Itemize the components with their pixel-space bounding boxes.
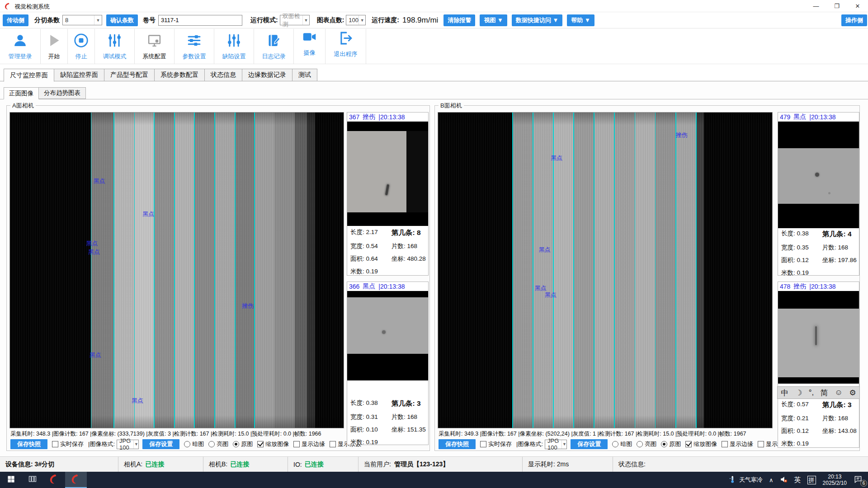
minimize-button[interactable]: — — [806, 0, 826, 12]
maximize-button[interactable]: ❐ — [826, 0, 847, 12]
tray-expand-button[interactable]: ∧ — [766, 472, 777, 488]
defect-card[interactable]: 479黑点|20:13:38 长度: 0.38 第几条: 4 宽度: 0.35 … — [778, 112, 859, 276]
exit-program-button[interactable]: 退出程序 — [326, 29, 366, 64]
ime-language-bar: 中 ☽ °, 简 ☺ ⚙ — [777, 386, 860, 399]
running-app-button[interactable] — [65, 472, 87, 488]
close-button[interactable]: ✕ — [847, 0, 868, 12]
view-menu-button[interactable]: 视图 ▼ — [480, 14, 507, 26]
ime-chinese-mode[interactable]: 中 — [781, 388, 788, 398]
camera-b-connection: 相机B:已连接 — [203, 457, 288, 472]
defect-overlay-label: 黑点 — [88, 248, 100, 256]
user-icon — [13, 33, 28, 50]
defect-stats: 长度: 0.57 第几条: 3 宽度: 0.21 片数: 168 面积: 0.1… — [781, 400, 858, 448]
show-strip-count-checkbox[interactable] — [758, 441, 764, 447]
system-config-button[interactable]: 系统配置 — [135, 29, 175, 64]
start-button[interactable] — [0, 472, 22, 488]
run-mode-select[interactable]: 双面检测▼ — [280, 15, 310, 25]
dark-image-radio[interactable] — [612, 441, 618, 447]
show-edge-checkbox[interactable] — [293, 441, 300, 447]
defect-card[interactable]: 478挫伤|20:13:38 长度: 0.57 第几条: 3 宽度: 0.21 … — [778, 282, 859, 448]
tab-product-model[interactable]: 产品型号配置 — [104, 69, 155, 81]
image-format-label: |图像格式: — [88, 440, 115, 448]
zoom-image-checkbox[interactable] — [685, 441, 692, 447]
ime-simplified-mode[interactable]: 简 — [821, 388, 828, 398]
task-view-button[interactable] — [22, 472, 43, 488]
subtab-divider — [0, 99, 868, 99]
gear-icon[interactable]: ⚙ — [849, 388, 856, 398]
app-logo-icon — [49, 474, 60, 486]
stop-button[interactable]: 停止 — [68, 29, 95, 64]
zoom-image-checkbox[interactable] — [257, 441, 264, 447]
chevron-down-icon: ▼ — [133, 440, 138, 449]
window-title: 视觉检测系统 — [14, 3, 50, 11]
app-status-bar: 设备信息: 3#分切 相机A:已连接 相机B:已连接 IO:已连接 当前用户:管… — [0, 456, 868, 472]
moon-icon[interactable]: ☽ — [795, 388, 802, 398]
save-snapshot-button[interactable]: 保存快照 — [439, 439, 476, 449]
log-record-button[interactable]: 日志记录 — [254, 29, 294, 64]
ime-punctuation-mode[interactable]: °, — [809, 388, 814, 397]
admin-login-button[interactable]: 管理登录 — [0, 29, 41, 64]
roll-input[interactable] — [158, 15, 242, 26]
param-settings-button[interactable]: 参数设置 — [175, 29, 214, 64]
defect-type: 黑点 — [363, 282, 375, 291]
help-menu-button[interactable]: 帮助 ▼ — [567, 14, 594, 26]
data-quick-access-button[interactable]: 数据快捷访问 ▼ — [512, 14, 562, 26]
show-strip-count-checkbox[interactable] — [330, 441, 336, 447]
thermometer-icon — [728, 475, 736, 485]
tab-size-monitor[interactable]: 尺寸监控界面 — [4, 69, 54, 82]
realtime-save-checkbox[interactable] — [480, 441, 486, 447]
defect-card[interactable]: 366黑点|20:13:38 长度: 0.38 第几条: 3 宽度: 0.31 … — [347, 282, 429, 445]
drive-side-button[interactable]: 传动侧 — [3, 14, 28, 26]
slit-count-select[interactable]: 8▼ — [62, 15, 102, 25]
defect-type: 黑点 — [793, 113, 806, 121]
operator-side-button[interactable]: 操作侧 — [841, 14, 867, 26]
clock[interactable]: 20:132025/2/10 — [819, 472, 850, 488]
save-snapshot-button[interactable]: 保存快照 — [10, 439, 47, 449]
emoji-icon[interactable]: ☺ — [835, 388, 842, 397]
save-settings-button[interactable]: 保存设置 — [142, 439, 179, 449]
chart-points-label: 图表点数: — [317, 16, 344, 24]
tab-edge-data[interactable]: 边缘数据记录 — [242, 69, 292, 81]
tab-status-info[interactable]: 状态信息 — [204, 69, 242, 81]
defect-settings-button[interactable]: 缺陷设置 — [214, 29, 254, 64]
task-view-icon — [28, 474, 37, 485]
sliders-vertical-icon — [107, 33, 122, 50]
defect-time: |20:13:38 — [809, 283, 835, 290]
bright-image-radio[interactable] — [637, 441, 643, 447]
tab-defect-monitor[interactable]: 缺陷监控界面 — [54, 69, 104, 81]
sliders-vertical-icon — [226, 33, 241, 50]
original-image-radio[interactable] — [233, 441, 239, 447]
original-image-radio[interactable] — [661, 441, 667, 447]
defect-stats: 长度: 0.38 第几条: 4 宽度: 0.35 片数: 168 面积: 0.1… — [781, 230, 858, 277]
camera-b-title: B面相机 — [439, 102, 464, 110]
chart-points-select[interactable]: 100▼ — [346, 15, 366, 25]
camera-a-image: 黑点 黑点 黑点 黑点 挫伤 黑点 黑点 — [9, 112, 344, 428]
debug-mode-button[interactable]: 调试模式 — [95, 29, 135, 64]
camera-record-button[interactable]: 摄像 — [294, 29, 326, 64]
realtime-save-checkbox[interactable] — [52, 441, 58, 447]
show-edge-checkbox[interactable] — [722, 441, 728, 447]
language-indicator[interactable]: 英 — [791, 472, 804, 488]
ime-indicator[interactable]: 拼 — [804, 472, 819, 488]
device-info: 设备信息: 3#分切 — [0, 457, 118, 472]
status-badge: 已连接 — [230, 460, 249, 469]
tab-trend-chart[interactable]: 分布趋势图表 — [38, 87, 86, 99]
defect-card[interactable]: 367挫伤|20:13:38 长度: 2.17 第几条: 8 宽度: 0.54 … — [347, 112, 429, 276]
clear-alarm-button[interactable]: 清除报警 — [443, 14, 475, 26]
confirm-count-button[interactable]: 确认条数 — [106, 14, 138, 26]
render-time: 显示耗时: 2ms — [523, 457, 613, 472]
start-button[interactable]: 开始 — [41, 29, 68, 64]
image-format-select[interactable]: JPG 100▼ — [545, 440, 567, 449]
dark-image-radio[interactable] — [184, 441, 190, 447]
notification-center-button[interactable]: 6 — [850, 472, 868, 488]
weather-widget[interactable]: 天气寒冷 — [725, 472, 766, 488]
volume-button[interactable] — [777, 472, 791, 488]
image-format-select[interactable]: JPG 100▼ — [117, 440, 139, 449]
tab-test[interactable]: 测试 — [292, 69, 317, 81]
bright-image-radio[interactable] — [208, 441, 215, 447]
tab-front-image[interactable]: 正面图像 — [4, 87, 39, 99]
save-settings-button[interactable]: 保存设置 — [571, 439, 608, 449]
windows-logo-icon — [7, 475, 15, 485]
tab-system-params[interactable]: 系统参数配置 — [154, 69, 205, 81]
pinned-app-button[interactable] — [43, 472, 65, 488]
